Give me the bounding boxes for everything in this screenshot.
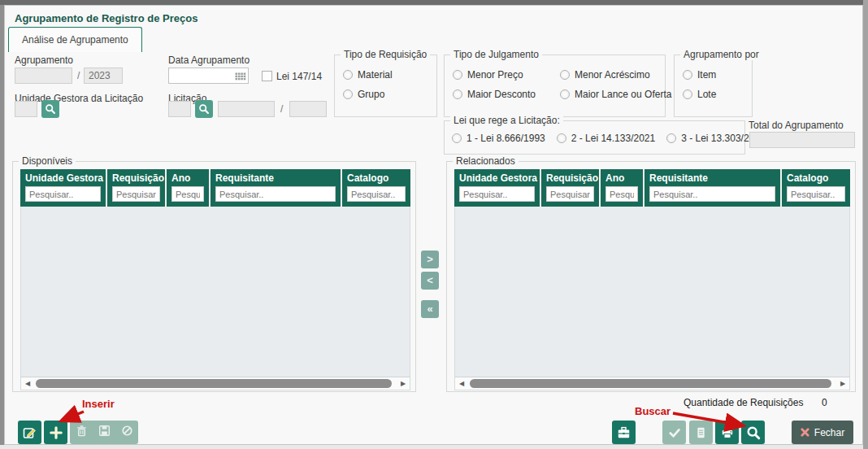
column-header-label[interactable]: Requisitante xyxy=(644,172,780,186)
calendar-icon[interactable] xyxy=(235,71,246,85)
radio-maior-lance-label: Maior Lance ou Oferta xyxy=(575,89,671,100)
disponiveis-search-ano[interactable] xyxy=(171,186,204,202)
check-icon xyxy=(668,426,681,439)
disponiveis-hscrollbar: ◀ ▶ xyxy=(20,377,410,390)
column-header-label[interactable]: Catalogo xyxy=(782,172,850,186)
radio-grupo[interactable] xyxy=(343,89,353,99)
relacionados-legend: Relacionados xyxy=(453,155,519,167)
page-title: Agrupamento de Registro de Preços xyxy=(15,12,197,24)
scrollbar-thumb[interactable] xyxy=(470,379,831,388)
column-header-label[interactable]: Unidade Gestora xyxy=(20,172,106,186)
plus-icon xyxy=(50,426,63,439)
disponiveis-table-header: Unidade Gestora Requisição Ano Requisita… xyxy=(20,169,410,207)
column-requisicao: Requisição xyxy=(541,169,601,207)
fechar-button[interactable]: Fechar xyxy=(792,421,853,444)
scroll-right-icon[interactable]: ▶ xyxy=(397,377,410,390)
disponiveis-search-catalogo[interactable] xyxy=(347,186,406,202)
column-header-label[interactable]: Requisição xyxy=(107,172,165,186)
tipo-julgamento-legend: Tipo de Julgamento xyxy=(450,49,542,60)
licitacao-search-button[interactable] xyxy=(195,100,213,118)
radio-material[interactable] xyxy=(343,70,353,80)
relacionados-table-body[interactable] xyxy=(454,207,850,377)
radio-item-label: Item xyxy=(697,69,716,81)
report-button xyxy=(689,421,713,444)
disponiveis-search-requisitante[interactable] xyxy=(215,186,336,202)
radio-lei-8666-label: 1 - Lei 8.666/1993 xyxy=(467,133,545,144)
radio-lei-14133[interactable] xyxy=(557,133,566,143)
relacionados-table: Unidade Gestora Requisição Ano Requisita… xyxy=(454,169,850,390)
radio-lei-8666[interactable] xyxy=(452,133,462,143)
quantidade-label: Quantidade de Requisições xyxy=(684,397,803,408)
disponiveis-search-unidade-gestora[interactable] xyxy=(25,186,101,202)
data-agrupamento-label: Data Agrupamento xyxy=(168,54,250,66)
process-button[interactable] xyxy=(612,421,636,444)
column-unidade-gestora: Unidade Gestora xyxy=(454,169,541,207)
column-header-label[interactable]: Catalogo xyxy=(342,172,410,186)
unidade-gestora-search-button[interactable] xyxy=(41,100,59,118)
quantidade-value: 0 xyxy=(822,397,827,408)
relacionados-search-unidade-gestora[interactable] xyxy=(459,186,535,202)
trash-icon xyxy=(76,425,88,437)
lei-rege-legend: Lei que rege a Licitação: xyxy=(450,115,563,126)
column-catalogo: Catalogo xyxy=(342,169,410,207)
radio-grupo-label: Grupo xyxy=(358,89,384,100)
radio-menor-preco[interactable] xyxy=(453,70,462,80)
disponiveis-search-requisicao[interactable] xyxy=(112,186,160,202)
column-header-label[interactable]: Requisição xyxy=(541,172,599,186)
agrupamento-por-options: Item Lote xyxy=(675,55,752,100)
tipo-requisicao-options: Material Grupo xyxy=(335,55,436,100)
column-header-label[interactable]: Ano xyxy=(167,172,209,186)
relacionados-search-requisitante[interactable] xyxy=(649,186,775,202)
agrupamento-por-legend: Agrupamento por xyxy=(680,49,762,60)
radio-lote[interactable] xyxy=(683,89,692,99)
relacionados-search-catalogo[interactable] xyxy=(787,186,845,202)
print-button[interactable] xyxy=(715,421,739,444)
move-left-button[interactable]: < xyxy=(421,272,439,290)
column-header-label[interactable]: Requisitante xyxy=(210,172,341,186)
column-header-label[interactable]: Unidade Gestora xyxy=(454,172,540,186)
radio-lei-13303[interactable] xyxy=(666,133,676,143)
scrollbar-thumb[interactable] xyxy=(36,379,392,388)
relacionados-hscrollbar: ◀ ▶ xyxy=(454,377,850,390)
fechar-label: Fechar xyxy=(814,427,844,438)
scrollbar-track[interactable] xyxy=(34,377,397,390)
radio-item[interactable] xyxy=(683,70,692,80)
search-button[interactable] xyxy=(741,421,765,444)
search-icon xyxy=(746,425,761,440)
lei-147-checkbox[interactable] xyxy=(262,71,272,81)
radio-menor-acrescimo[interactable] xyxy=(560,70,570,80)
disabled-toolbar-group xyxy=(70,421,138,444)
search-icon xyxy=(198,103,210,115)
column-header-label[interactable]: Ano xyxy=(601,172,643,186)
scrollbar-track[interactable] xyxy=(468,377,836,390)
floppy-disk-icon xyxy=(98,425,111,437)
tipo-julgamento-options: Menor Preço Maior Desconto Menor Acrésci… xyxy=(445,55,665,100)
agrupamento-label: Agrupamento xyxy=(15,54,73,66)
scroll-left-icon[interactable]: ◀ xyxy=(455,377,468,390)
move-right-button[interactable]: > xyxy=(421,251,439,268)
relacionados-search-ano[interactable] xyxy=(605,186,638,202)
column-unidade-gestora: Unidade Gestora xyxy=(20,169,107,207)
tab-analise-de-agrupamento[interactable]: Análise de Agrupamento xyxy=(8,27,142,52)
disponiveis-table: Unidade Gestora Requisição Ano Requisita… xyxy=(20,169,410,390)
inserir-arrow xyxy=(62,412,84,421)
agrupamento-separator: / xyxy=(77,70,80,81)
total-agrupamento-field xyxy=(749,132,855,148)
printer-icon xyxy=(721,426,734,439)
scroll-right-icon[interactable]: ▶ xyxy=(836,377,849,390)
move-all-left-button[interactable]: « xyxy=(421,300,439,318)
add-button[interactable] xyxy=(44,421,67,444)
radio-maior-lance[interactable] xyxy=(560,89,570,99)
column-requisitante: Requisitante xyxy=(210,169,342,207)
agrupamento-ano-field xyxy=(84,68,123,84)
tipo-requisicao-legend: Tipo de Requisição xyxy=(341,49,430,60)
licitacao-codigo-field xyxy=(168,101,191,117)
radio-maior-desconto[interactable] xyxy=(453,89,462,99)
total-agrupamento-label: Total do Agrupamento xyxy=(749,120,844,131)
disponiveis-legend: Disponíveis xyxy=(19,155,76,167)
edit-button[interactable] xyxy=(18,421,41,444)
licitacao-separator: / xyxy=(280,103,283,115)
scroll-left-icon[interactable]: ◀ xyxy=(21,377,34,390)
disponiveis-table-body[interactable] xyxy=(20,207,410,377)
relacionados-search-requisicao[interactable] xyxy=(546,186,594,202)
